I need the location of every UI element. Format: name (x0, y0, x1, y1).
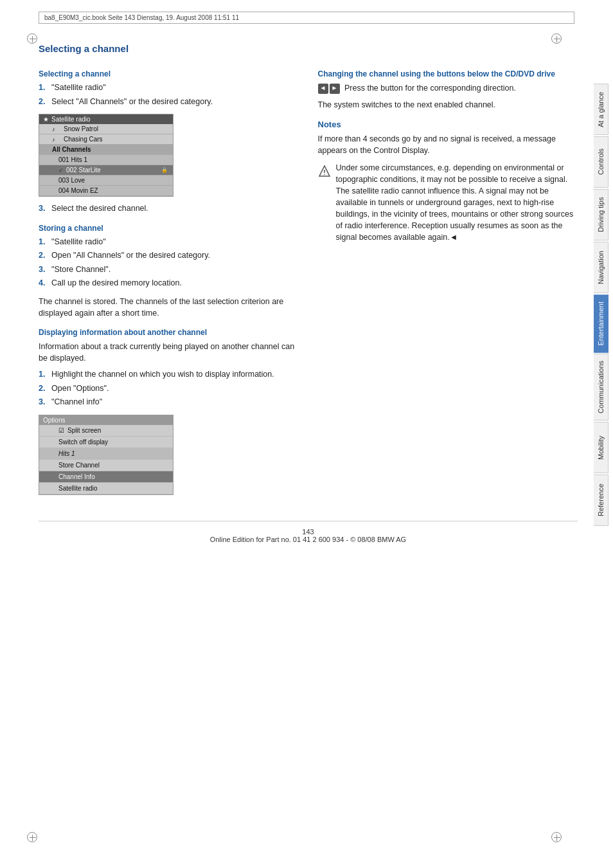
step-num: 1. (39, 237, 48, 248)
row-text: 004 Movin EZ (58, 187, 98, 194)
sidebar-tab-controls[interactable]: Controls (594, 136, 609, 188)
step-num: 1. (39, 369, 48, 381)
note-text: Under some circumstances, e.g. depending… (336, 162, 578, 244)
corner-mark-br (551, 832, 562, 842)
note-block: Under some circumstances, e.g. depending… (318, 162, 578, 249)
step-num: 2. (39, 383, 48, 395)
selecting-step3: 3. Select the desired channel. (39, 203, 299, 215)
subsection-storing: Storing a channel (39, 224, 299, 233)
subsection-changing-channel: Changing the channel using the buttons b… (318, 69, 578, 78)
notes-para1: If more than 4 seconds go by and no sign… (318, 133, 578, 156)
corner-mark-tr (551, 33, 562, 44)
row-text: Hits 1 (58, 450, 75, 457)
options-title-text: Options (43, 417, 65, 424)
sidebar-tab-entertainment[interactable]: Entertainment (594, 294, 609, 352)
corner-mark-bl (27, 832, 37, 842)
left-arrow-btn: ◄ (318, 84, 328, 94)
screen-row: ♪ Chasing Cars (39, 134, 173, 145)
options-row: Switch off display (39, 437, 173, 448)
step-num: 2. (39, 250, 48, 262)
right-sidebar: At a glance Controls Driving tips Naviga… (589, 0, 613, 868)
options-title-bar: Options (39, 415, 173, 425)
row-text: 001 Hits 1 (58, 156, 87, 163)
changing-para1: ◄ ► Press the button for the correspondi… (318, 82, 578, 94)
left-column: Selecting a channel 1. "Satellite radio"… (39, 60, 299, 502)
right-column: Changing the channel using the buttons b… (318, 60, 578, 502)
page-title: Selecting a channel (39, 43, 578, 54)
list-item: 1. "Satellite radio" (39, 237, 299, 248)
arrow-buttons: ◄ ► (318, 84, 340, 94)
row-text: Satellite radio (58, 485, 98, 492)
row-text: Switch off display (58, 439, 108, 446)
step-num: 2. (39, 96, 48, 108)
file-header: ba8_E90M3_cic.book Seite 143 Dienstag, 1… (39, 12, 574, 24)
list-item: 2. Open "Options". (39, 383, 299, 395)
options-row-highlighted: Channel Info (39, 471, 173, 483)
sidebar-tab-at-a-glance[interactable]: At a glance (594, 84, 609, 135)
step-text: Call up the desired memory location. (51, 278, 182, 289)
screen-row-sub: 003 Love (39, 176, 173, 186)
page-footer: 143 Online Edition for Part no. 01 41 2 … (39, 521, 578, 543)
triangle-icon (318, 165, 331, 177)
step-num: 4. (39, 278, 48, 289)
options-row: Satellite radio (39, 483, 173, 494)
music-icon: ♪ (52, 136, 61, 143)
music-icon: ♪ (52, 126, 61, 132)
screen-row-sub: 004 Movin EZ (39, 186, 173, 196)
row-text: Chasing Cars (64, 136, 103, 143)
changing-para2: The system switches to the next enabled … (318, 99, 578, 111)
row-text: Channel Info (58, 473, 95, 480)
options-mockup: Options ☑ Split screen Switch off displa… (39, 415, 173, 495)
sidebar-tab-navigation[interactable]: Navigation (594, 242, 609, 293)
screen-rows: ♪ Snow Patrol ♪ Chasing Cars All Channel… (39, 124, 173, 196)
step-text: "Store Channel". (51, 264, 111, 276)
step-text: Select the desired channel. (51, 203, 148, 215)
sidebar-tab-reference[interactable]: Reference (594, 475, 609, 526)
sidebar-tab-mobility[interactable]: Mobility (594, 422, 609, 473)
options-row: ☑ Split screen (39, 425, 173, 437)
screen-row-active: ✓ 002 StarLite 🔒 (39, 165, 173, 176)
step-text: "Channel info" (51, 397, 102, 408)
step-text: Select "All Channels" or the desired cat… (51, 96, 213, 108)
options-row: Store Channel (39, 460, 173, 471)
storing-steps: 1. "Satellite radio" 2. Open "All Channe… (39, 237, 299, 289)
row-text: Snow Patrol (64, 125, 98, 132)
row-text: 002 StarLite (66, 167, 101, 174)
screen-title-icon: ★ (43, 116, 49, 123)
svg-point-2 (324, 174, 325, 175)
step-num: 3. (39, 397, 48, 408)
step-text: Highlight the channel on which you wish … (51, 369, 274, 381)
checkbox-icon: ☑ (58, 427, 64, 434)
step-text: "Satellite radio" (51, 82, 106, 94)
notes-title: Notes (318, 120, 578, 129)
storing-para: The channel is stored. The channels of t… (39, 296, 299, 319)
row-text: Store Channel (58, 462, 100, 469)
step-num: 3. (39, 264, 48, 276)
step-num: 1. (39, 82, 48, 94)
list-item: 3. Select the desired channel. (39, 203, 299, 215)
options-row-label: Hits 1 (39, 448, 173, 460)
screen-row: ♪ Snow Patrol (39, 124, 173, 134)
subsection-selecting: Selecting a channel (39, 69, 299, 78)
footer-text: Online Edition for Part no. 01 41 2 600 … (210, 536, 406, 543)
step-text: Open "Options". (51, 383, 109, 395)
page-number: 143 (302, 528, 314, 536)
main-content: Selecting a channel Selecting a channel … (39, 43, 578, 543)
list-item: 1. Highlight the channel on which you wi… (39, 369, 299, 381)
note-triangle-container (318, 165, 331, 249)
screen-row-highlighted: All Channels (39, 145, 173, 155)
screen-title-text: Satellite radio (51, 116, 91, 123)
step-text: Open "All Channels" or the desired categ… (51, 250, 210, 262)
two-column-layout: Selecting a channel 1. "Satellite radio"… (39, 60, 578, 502)
list-item: 3. "Channel info" (39, 397, 299, 408)
sidebar-tab-communications[interactable]: Communications (594, 354, 609, 420)
sidebar-tab-driving-tips[interactable]: Driving tips (594, 189, 609, 240)
row-text: Split screen (67, 427, 101, 434)
list-item: 2. Select "All Channels" or the desired … (39, 96, 299, 108)
right-arrow-btn: ► (330, 84, 340, 94)
displaying-para: Information about a track currently bein… (39, 341, 299, 364)
list-item: 4. Call up the desired memory location. (39, 278, 299, 289)
list-item: 1. "Satellite radio" (39, 82, 299, 94)
corner-mark-tl (27, 33, 37, 44)
check-icon: ✓ (58, 167, 64, 174)
